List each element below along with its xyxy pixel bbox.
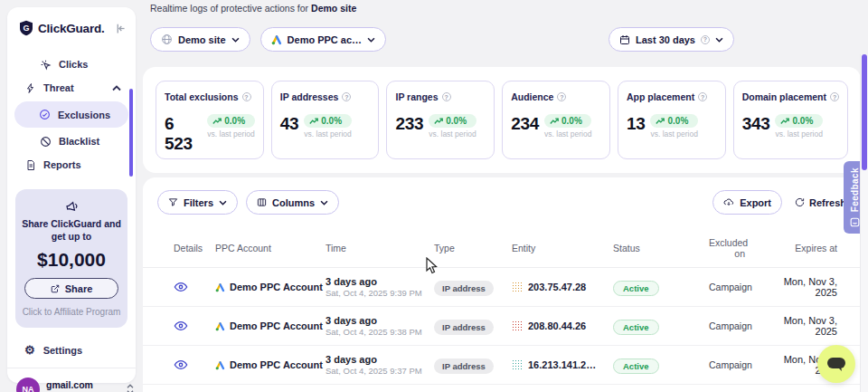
vs-last-period-label: vs. last period	[544, 129, 591, 139]
trend-badge: 0.0%	[544, 114, 591, 128]
info-icon[interactable]: ?	[242, 92, 251, 101]
sidebar-item-reports[interactable]: Reports	[7, 153, 136, 177]
col-header-time[interactable]: Time	[326, 243, 434, 253]
col-header-entity[interactable]: Entity	[512, 243, 613, 253]
stat-label: Audience	[511, 91, 553, 102]
col-header-ppc-account[interactable]: PPC Account	[215, 243, 326, 253]
time-absolute: Sat, Oct 4, 2025 9:39 PM	[326, 288, 434, 299]
col-header-type[interactable]: Type	[434, 243, 512, 253]
info-icon[interactable]: ?	[698, 92, 707, 101]
sidebar-item-settings[interactable]: ⚙ Settings	[7, 344, 136, 356]
sidebar-item-exclusions[interactable]: Exclusions	[14, 101, 128, 128]
affiliate-program-link[interactable]: Click to Affiliate Program	[21, 307, 122, 317]
table-row[interactable]: Demo PPC Account 3 days agoSat, Oct 4, 2…	[143, 307, 861, 346]
col-header-expires-at[interactable]: Expires at	[763, 243, 837, 253]
chevron-down-icon	[219, 200, 227, 206]
vs-last-period-label: vs. last period	[775, 129, 822, 139]
excluded-on-value: Campaign	[709, 282, 763, 292]
sidebar-scrollbar-thumb[interactable]	[129, 89, 133, 177]
info-icon[interactable]: ?	[442, 92, 451, 101]
sidebar-item-label: Reports	[43, 159, 81, 170]
excluded-on-value: Campaign	[709, 320, 763, 331]
columns-button[interactable]: Columns	[246, 190, 339, 215]
details-eye-icon[interactable]	[174, 359, 215, 370]
col-header-status[interactable]: Status	[613, 243, 709, 253]
main-scrollbar-thumb[interactable]	[862, 54, 867, 170]
expires-at-value: Mon, Nov 3, 2025	[763, 276, 837, 298]
columns-icon	[257, 197, 267, 207]
sidebar-item-label: Blacklist	[59, 136, 99, 147]
trend-badge: 0.0%	[775, 114, 822, 128]
stats-panel: Total exclusions? 6 523 0.0%vs. last per…	[143, 67, 861, 173]
blacklist-ban-icon	[40, 136, 52, 148]
ppc-account-filter-dropdown[interactable]: Demo PPC ac…	[260, 27, 387, 52]
filters-button[interactable]: Filters	[157, 190, 238, 215]
status-badge: Active	[613, 320, 659, 335]
sidebar-item-label: Exclusions	[58, 110, 110, 120]
gear-icon: ⚙	[24, 344, 35, 356]
chevron-up-icon	[112, 85, 121, 91]
promo-text-line1: Share ClickGuard and	[21, 217, 122, 230]
stat-value: 13	[627, 114, 646, 134]
refresh-button[interactable]: Refresh	[795, 197, 846, 208]
vs-last-period-label: vs. last period	[207, 129, 254, 139]
ppc-account-name: Demo PPC Account	[230, 359, 323, 370]
stat-value: 6 523	[165, 114, 202, 154]
table-row[interactable]: Demo PPC Account 3 days agoSat, Oct 4, 2…	[143, 346, 861, 385]
sidebar-item-label: Clicks	[59, 59, 88, 70]
type-badge: IP address	[434, 281, 494, 296]
ip-identicon	[512, 359, 523, 370]
table-row-partial[interactable]: 3 days ago	[143, 385, 861, 392]
trend-badge: 0.0%	[650, 114, 697, 128]
stat-value: 233	[395, 114, 423, 134]
info-icon: ?	[701, 35, 710, 44]
ppc-account-name: Demo PPC Account	[230, 320, 323, 331]
vs-last-period-label: vs. last period	[650, 129, 697, 139]
feedback-icon	[850, 217, 860, 227]
sidebar-item-threat[interactable]: Threat	[7, 76, 136, 100]
vs-last-period-label: vs. last period	[304, 129, 351, 139]
sidebar-item-blacklist[interactable]: Blacklist	[7, 129, 136, 153]
chevron-down-icon	[231, 37, 240, 43]
chat-launcher-button[interactable]	[817, 345, 855, 383]
sidebar-item-clicks[interactable]: Clicks	[7, 53, 136, 76]
status-badge: Active	[613, 359, 659, 374]
expires-at-value: Mon, Nov 3, 2025	[763, 315, 837, 337]
info-icon[interactable]: ?	[342, 92, 351, 101]
stat-value: 43	[280, 114, 299, 134]
share-button[interactable]: Share	[24, 278, 118, 299]
feedback-label: Feedback	[850, 167, 860, 212]
details-eye-icon[interactable]	[174, 282, 215, 292]
clickguard-shield-logo-icon: G	[19, 20, 33, 36]
col-header-details[interactable]: Details	[157, 243, 215, 253]
stat-label: Total exclusions	[165, 91, 239, 102]
type-badge: IP address	[434, 320, 494, 335]
logo-row: G ClickGuard.	[7, 7, 136, 43]
page-subtitle: Realtime logs of protective actions forD…	[150, 3, 356, 14]
account-switcher[interactable]: NA gmail.com naatali.ro@gmail.com	[7, 378, 136, 392]
stat-card-ip-ranges: IP ranges? 233 0.0%vs. last period	[386, 81, 495, 159]
site-filter-dropdown[interactable]: Demo site	[150, 27, 250, 52]
google-ads-icon	[215, 360, 225, 370]
collapse-sidebar-icon[interactable]	[115, 23, 127, 34]
info-icon[interactable]: ?	[557, 92, 566, 101]
export-button[interactable]: Export	[712, 190, 782, 215]
info-icon[interactable]: ?	[830, 92, 839, 101]
col-header-excluded-on[interactable]: Excluded on	[709, 237, 763, 259]
calendar-icon	[619, 34, 630, 45]
stat-label: Domain placement	[742, 91, 826, 102]
details-eye-icon[interactable]	[174, 320, 215, 331]
clicks-icon	[40, 59, 52, 71]
excluded-on-value: Campaign	[709, 359, 763, 370]
table-row[interactable]: Demo PPC Account 3 days agoSat, Oct 4, 2…	[143, 268, 861, 307]
refresh-icon	[795, 197, 805, 207]
trend-badge: 0.0%	[304, 114, 351, 128]
type-badge: IP address	[434, 359, 494, 374]
settings-label: Settings	[43, 345, 82, 356]
date-range-dropdown[interactable]: Last 30 days ?	[609, 27, 734, 52]
ppc-account-name: Demo PPC Account	[230, 282, 323, 292]
reports-document-icon	[25, 159, 36, 171]
chat-bubble-icon	[826, 357, 846, 372]
time-relative: 3 days ago	[326, 276, 434, 288]
chevron-down-icon	[367, 37, 375, 43]
